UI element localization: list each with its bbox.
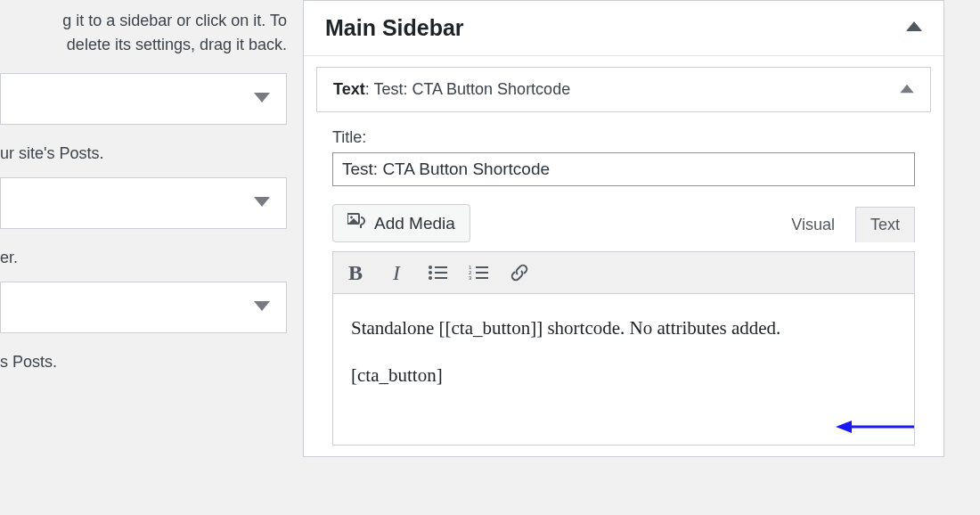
widget-description: er. xyxy=(0,243,287,282)
title-input[interactable] xyxy=(332,152,915,186)
editor-content[interactable]: Standalone [[cta_button]] shortcode. No … xyxy=(332,294,915,446)
numbered-list-button[interactable]: 1 2 3 xyxy=(467,261,490,284)
media-icon xyxy=(347,212,367,234)
sidebar-title: Main Sidebar xyxy=(325,15,464,41)
help-text-line: delete its settings, drag it back. xyxy=(67,36,287,53)
widget-header-label: Text: Test: CTA Button Shortcode xyxy=(333,80,570,99)
widget-description: ur site's Posts. xyxy=(0,139,287,177)
title-label: Title: xyxy=(332,128,915,147)
italic-button[interactable]: I xyxy=(385,261,408,284)
svg-rect-18 xyxy=(476,272,488,274)
sidebar-panel-header[interactable]: Main Sidebar xyxy=(304,1,943,56)
tab-text[interactable]: Text xyxy=(855,207,915,242)
svg-rect-12 xyxy=(435,272,447,274)
svg-rect-20 xyxy=(476,277,488,279)
widget-instance-title: Test: CTA Button Shortcode xyxy=(373,80,570,98)
widget-body: Title: xyxy=(316,112,931,446)
editor-toolbar: B I 1 2 xyxy=(332,251,915,294)
svg-marker-2 xyxy=(254,301,270,311)
help-text-line: g it to a sidebar or click on it. To xyxy=(62,12,287,29)
chevron-down-icon xyxy=(254,91,270,107)
svg-marker-1 xyxy=(254,197,270,207)
svg-text:3: 3 xyxy=(469,275,472,281)
widget-description: s Posts. xyxy=(0,347,287,386)
annotation-arrow-icon xyxy=(836,413,915,440)
help-text: g it to a sidebar or click on it. To del… xyxy=(0,0,287,73)
sidebar-panel: Main Sidebar Text: Test: CTA Button Shor… xyxy=(303,0,944,457)
available-widgets-column: g it to a sidebar or click on it. To del… xyxy=(0,0,303,515)
add-media-button[interactable]: Add Media xyxy=(332,204,470,242)
chevron-up-icon xyxy=(900,80,914,99)
svg-marker-4 xyxy=(900,85,913,93)
editor-paragraph: [cta_button] xyxy=(351,361,896,390)
chevron-down-icon xyxy=(254,299,270,315)
bold-button[interactable]: B xyxy=(344,261,367,284)
svg-point-9 xyxy=(429,266,432,269)
editor-paragraph: Standalone [[cta_button]] shortcode. No … xyxy=(351,314,896,343)
link-button[interactable] xyxy=(508,261,531,284)
editor-tabs: Visual Text xyxy=(776,207,915,242)
svg-marker-3 xyxy=(906,21,922,31)
svg-rect-10 xyxy=(435,266,447,268)
widget-type: Text xyxy=(333,80,365,98)
svg-point-11 xyxy=(429,271,432,274)
svg-marker-22 xyxy=(836,421,852,433)
svg-point-6 xyxy=(350,217,353,219)
svg-rect-14 xyxy=(435,277,447,279)
tab-visual[interactable]: Visual xyxy=(776,207,850,242)
chevron-up-icon xyxy=(906,20,922,37)
chevron-down-icon xyxy=(254,195,270,211)
available-widget-item[interactable] xyxy=(0,282,287,333)
svg-point-13 xyxy=(429,276,432,280)
available-widget-item[interactable] xyxy=(0,177,287,229)
svg-marker-0 xyxy=(254,93,270,102)
available-widget-item[interactable] xyxy=(0,73,287,125)
svg-marker-7 xyxy=(349,218,358,223)
svg-rect-16 xyxy=(476,266,488,268)
add-media-label: Add Media xyxy=(374,214,455,233)
bullet-list-button[interactable] xyxy=(426,261,449,284)
widget-header[interactable]: Text: Test: CTA Button Shortcode xyxy=(316,67,931,112)
svg-rect-8 xyxy=(360,225,362,228)
